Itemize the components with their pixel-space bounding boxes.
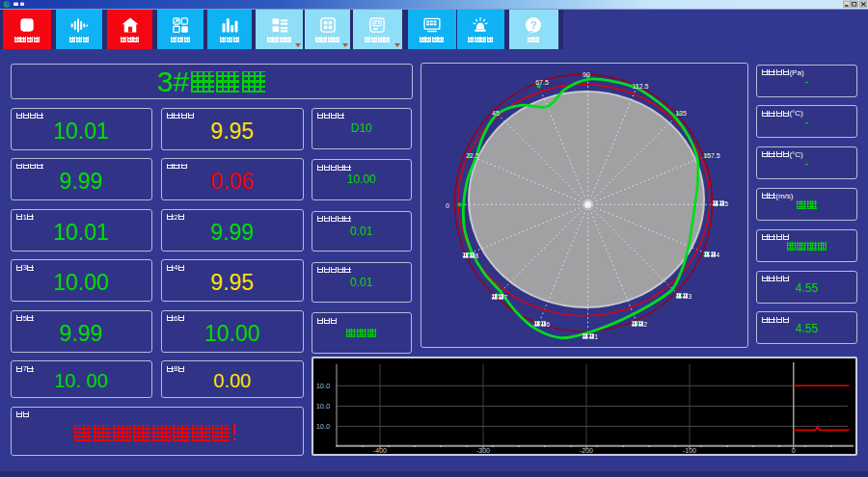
svg-text:10.0: 10.0 (316, 402, 331, 411)
svg-text:-200: -200 (580, 447, 593, 454)
svg-text:10.0: 10.0 (316, 382, 331, 390)
svg-text:0: 0 (792, 447, 796, 454)
svg-text:-400: -400 (373, 447, 387, 454)
svg-text:10.0: 10.0 (316, 422, 331, 431)
svg-text:?: ? (529, 18, 536, 31)
svg-text:-300: -300 (476, 447, 490, 454)
svg-text:-100: -100 (683, 447, 696, 454)
